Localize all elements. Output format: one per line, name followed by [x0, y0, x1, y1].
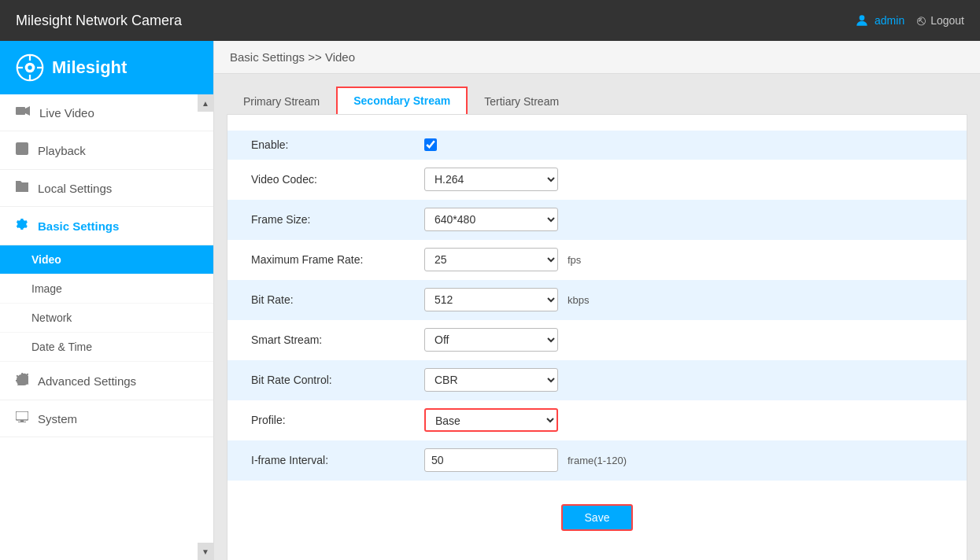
svg-point-0	[860, 15, 865, 20]
tab-tertiary-stream[interactable]: Tertiary Stream	[468, 88, 575, 114]
main-content: Basic Settings >> Video Primary Stream S…	[214, 41, 980, 560]
tab-label: Tertiary Stream	[484, 95, 559, 108]
sub-item-label: Network	[31, 311, 72, 324]
sidebar-scroll-up[interactable]: ▲	[198, 94, 213, 112]
sidebar: Milesight ▲ Live Video Playback	[0, 41, 214, 560]
sidebar-item-playback[interactable]: Playback	[0, 131, 213, 170]
kbps-unit: kbps	[568, 294, 589, 306]
sidebar-scroll-down[interactable]: ▼	[198, 543, 213, 560]
content-area: Primary Stream Secondary Stream Tertiary…	[214, 74, 980, 560]
username-label: admin	[875, 14, 904, 27]
video-codec-control: H.264 H.265 MJPEG	[424, 168, 558, 191]
enable-checkbox[interactable]	[424, 138, 437, 151]
svg-rect-8	[16, 107, 25, 115]
sidebar-header: Milesight	[0, 41, 213, 94]
bit-rate-control: 25651210242048 kbps	[424, 288, 589, 311]
svg-rect-14	[18, 422, 26, 422]
sidebar-sub-item-network[interactable]: Network	[0, 304, 213, 333]
sidebar-item-local-settings[interactable]: Local Settings	[0, 170, 213, 207]
frame-size-control: 640*480 1280*720 1920*1080	[424, 208, 558, 231]
user-icon	[854, 13, 870, 28]
sidebar-item-label: Basic Settings	[38, 219, 119, 233]
tab-label: Primary Stream	[243, 95, 320, 108]
logout-icon: ⎋	[917, 13, 926, 29]
milesight-logo-icon	[16, 53, 44, 82]
live-video-icon	[16, 105, 30, 120]
sidebar-item-live-video[interactable]: Live Video	[0, 94, 213, 131]
sidebar-content: ▲ Live Video Playback Local Se	[0, 94, 213, 560]
topbar-right: admin ⎋ Logout	[854, 13, 964, 29]
iframe-interval-control: frame(1-120)	[424, 448, 627, 472]
video-codec-select[interactable]: H.264 H.265 MJPEG	[424, 168, 558, 191]
enable-row: Enable:	[227, 131, 967, 160]
sidebar-item-label: Playback	[38, 144, 86, 157]
tab-primary-stream[interactable]: Primary Stream	[227, 88, 336, 114]
frame-size-label: Frame Size:	[251, 213, 424, 226]
profile-select[interactable]: BaseMainHigh	[424, 408, 558, 432]
bit-rate-control-row: Bit Rate Control: CBRVBR	[227, 360, 967, 400]
sidebar-sub-item-video[interactable]: Video	[0, 245, 213, 274]
app-title: Milesight Network Camera	[16, 13, 182, 29]
enable-control	[424, 138, 437, 151]
settings-panel: Enable: Video Codec: H.264 H.265 MJPEG	[227, 114, 967, 560]
sub-item-label: Image	[31, 282, 62, 295]
profile-control: BaseMainHigh	[424, 408, 558, 432]
max-frame-rate-control: 51015202530 fps	[424, 248, 581, 271]
iframe-interval-row: I-frame Interval: frame(1-120)	[227, 440, 967, 481]
iframe-interval-label: I-frame Interval:	[251, 454, 424, 466]
max-frame-rate-label: Maximum Frame Rate:	[251, 253, 424, 266]
smart-stream-row: Smart Stream: OffOn	[227, 320, 967, 360]
svg-point-3	[28, 65, 31, 69]
sub-item-label: Date & Time	[31, 341, 92, 353]
smart-stream-select[interactable]: OffOn	[424, 328, 558, 352]
tab-label: Secondary Stream	[353, 94, 450, 107]
enable-label: Enable:	[251, 138, 424, 151]
sidebar-item-label: Live Video	[39, 106, 94, 120]
advanced-settings-icon	[16, 373, 28, 389]
bit-rate-control-ctrl: CBRVBR	[424, 368, 558, 392]
profile-row: Profile: BaseMainHigh	[227, 400, 967, 440]
svg-rect-13	[20, 420, 24, 422]
tab-secondary-stream[interactable]: Secondary Stream	[336, 87, 468, 114]
sidebar-item-system[interactable]: System	[0, 400, 213, 437]
sidebar-item-label: Local Settings	[38, 182, 112, 195]
profile-label: Profile:	[251, 414, 424, 426]
bit-rate-label: Bit Rate:	[251, 293, 424, 306]
sub-item-label: Video	[31, 253, 61, 266]
svg-rect-12	[16, 411, 28, 420]
sidebar-item-basic-settings[interactable]: Basic Settings	[0, 207, 213, 245]
frame-unit: frame(1-120)	[568, 455, 627, 466]
video-codec-row: Video Codec: H.264 H.265 MJPEG	[227, 160, 967, 200]
user-info: admin	[854, 13, 904, 28]
logout-button[interactable]: ⎋ Logout	[917, 13, 964, 29]
sidebar-item-label: System	[38, 412, 77, 426]
svg-marker-9	[25, 106, 30, 116]
sidebar-sub-menu: Video Image Network Date & Time	[0, 245, 213, 362]
save-row: Save	[227, 481, 967, 545]
svg-rect-10	[16, 142, 28, 155]
sidebar-item-advanced-settings[interactable]: Advanced Settings	[0, 362, 213, 400]
sidebar-sub-item-datetime[interactable]: Date & Time	[0, 333, 213, 362]
video-codec-label: Video Codec:	[251, 173, 424, 186]
save-button[interactable]: Save	[561, 504, 634, 531]
local-settings-icon	[16, 181, 28, 195]
max-frame-rate-select[interactable]: 51015202530	[424, 248, 558, 271]
main-layout: Milesight ▲ Live Video Playback	[0, 41, 980, 560]
basic-settings-icon	[16, 218, 28, 234]
max-frame-rate-row: Maximum Frame Rate: 51015202530 fps	[227, 240, 967, 280]
sidebar-item-label: Advanced Settings	[38, 374, 136, 388]
iframe-interval-input[interactable]	[424, 448, 558, 472]
bit-rate-select[interactable]: 25651210242048	[424, 288, 558, 311]
bit-rate-control-label: Bit Rate Control:	[251, 374, 424, 386]
bit-rate-control-select[interactable]: CBRVBR	[424, 368, 558, 392]
sidebar-sub-item-image[interactable]: Image	[0, 274, 213, 304]
bit-rate-row: Bit Rate: 25651210242048 kbps	[227, 280, 967, 320]
frame-size-select[interactable]: 640*480 1280*720 1920*1080	[424, 208, 558, 231]
smart-stream-control: OffOn	[424, 328, 558, 352]
brand-name: Milesight	[52, 57, 127, 78]
topbar: Milesight Network Camera admin ⎋ Logout	[0, 0, 980, 41]
fps-unit: fps	[568, 254, 581, 266]
frame-size-row: Frame Size: 640*480 1280*720 1920*1080	[227, 200, 967, 240]
breadcrumb: Basic Settings >> Video	[214, 41, 980, 74]
stream-tabs: Primary Stream Secondary Stream Tertiary…	[227, 87, 967, 114]
